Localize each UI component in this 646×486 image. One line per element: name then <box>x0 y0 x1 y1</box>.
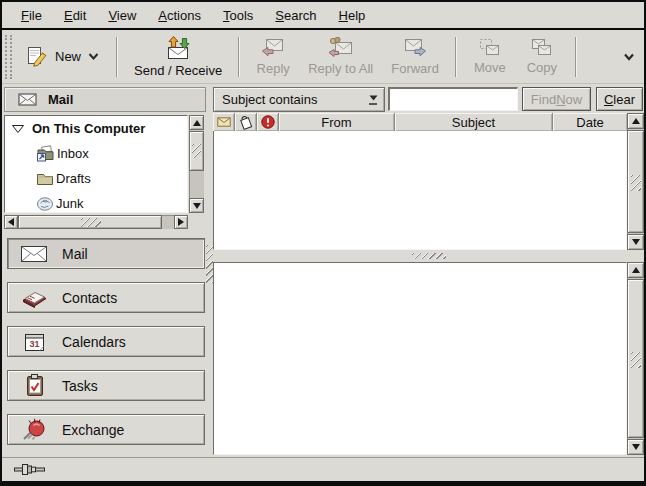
tree-expander-icon[interactable] <box>11 124 25 134</box>
message-list-body[interactable] <box>213 131 627 250</box>
tree-row-junk[interactable]: Junk <box>5 191 187 213</box>
search-filter-dropdown[interactable]: Subject contains <box>213 87 385 112</box>
new-button[interactable]: New <box>16 40 109 74</box>
move-label: Move <box>474 60 506 75</box>
copy-message-icon <box>530 38 553 57</box>
forward-button[interactable]: Forward <box>382 33 448 80</box>
tree-row-inbox[interactable]: Inbox <box>5 141 187 166</box>
send-receive-label: Send / Receive <box>134 63 222 78</box>
tree-item-label: Inbox <box>57 146 89 161</box>
send-receive-button[interactable]: Send / Receive <box>125 32 231 82</box>
inbox-folder-icon <box>36 145 55 162</box>
sidebar-header-label: Mail <box>48 92 73 107</box>
forward-icon <box>403 37 427 58</box>
reply-to-all-icon <box>328 37 354 58</box>
reply-to-all-label: Reply to All <box>308 61 373 76</box>
tree-scrollbar-thumb[interactable] <box>18 215 162 229</box>
preview-scrollbar[interactable] <box>627 262 644 455</box>
switcher-contacts-button[interactable]: Contacts <box>7 282 205 313</box>
scroll-up-button[interactable] <box>189 115 204 130</box>
column-attachment[interactable] <box>235 113 257 131</box>
scroll-down-button[interactable] <box>189 198 204 213</box>
calendars-icon: 31 <box>20 331 48 352</box>
scrollbar-thumb[interactable] <box>627 130 644 233</box>
reply-icon <box>261 37 285 58</box>
scroll-down-button[interactable] <box>627 439 644 455</box>
switcher-label: Tasks <box>62 378 98 394</box>
tree-row-on-this-computer[interactable]: On This Computer <box>5 116 187 141</box>
envelope-icon <box>18 93 37 106</box>
reply-label: Reply <box>257 61 290 76</box>
scroll-right-button[interactable] <box>174 215 188 229</box>
scroll-up-button[interactable] <box>627 113 644 129</box>
forward-label: Forward <box>391 61 439 76</box>
reply-button[interactable]: Reply <box>247 33 299 80</box>
column-from[interactable]: From <box>279 113 395 131</box>
menu-file[interactable]: File <box>10 4 53 27</box>
column-priority[interactable] <box>257 113 279 131</box>
switcher-calendars-button[interactable]: 31 Calendars <box>7 326 205 357</box>
chevron-down-icon <box>88 53 99 60</box>
pane-splitter-vertical[interactable] <box>206 86 213 455</box>
menu-edit[interactable]: Edit <box>53 4 97 27</box>
search-input[interactable] <box>388 87 518 111</box>
tasks-icon <box>20 374 48 397</box>
switcher-tasks-button[interactable]: Tasks <box>7 370 205 401</box>
reply-to-all-button[interactable]: Reply to All <box>299 33 382 80</box>
tree-root-label: On This Computer <box>32 121 145 136</box>
menu-actions[interactable]: Actions <box>147 4 212 27</box>
window-bottom-edge <box>0 481 646 486</box>
toolbar: New Send / Receive Reply Rep <box>2 30 644 84</box>
online-plug-icon[interactable] <box>14 462 46 477</box>
combo-arrow-icon <box>364 95 384 105</box>
toolbar-separator <box>575 37 577 77</box>
switcher-label: Contacts <box>62 290 117 306</box>
menu-view[interactable]: View <box>97 4 147 27</box>
sidebar-header: Mail <box>4 87 206 112</box>
message-list-scrollbar[interactable] <box>627 113 644 250</box>
mail-icon <box>20 244 48 264</box>
tree-item-label: Drafts <box>56 171 91 186</box>
tree-horizontal-scrollbar[interactable] <box>4 215 188 229</box>
junk-icon <box>36 196 54 211</box>
move-button[interactable]: Move <box>464 34 516 79</box>
menu-search[interactable]: Search <box>264 4 327 27</box>
scrollbar-thumb[interactable] <box>627 279 644 438</box>
tree-row-drafts[interactable]: Drafts <box>5 166 187 191</box>
pane-splitter-horizontal[interactable] <box>213 251 645 261</box>
new-button-label: New <box>55 49 81 64</box>
scrollbar-corner <box>189 215 204 229</box>
menu-tools[interactable]: Tools <box>212 4 264 27</box>
menu-bar: File Edit View Actions Tools Search Help <box>2 2 644 28</box>
tree-vertical-scrollbar[interactable] <box>189 115 204 213</box>
column-date[interactable]: Date <box>553 113 627 131</box>
column-subject[interactable]: Subject <box>395 113 553 131</box>
svg-text:31: 31 <box>29 339 39 349</box>
folder-tree-view[interactable]: On This Computer Inbox Drafts Junk <box>4 115 188 213</box>
move-message-icon <box>478 38 501 57</box>
scroll-down-button[interactable] <box>627 234 644 250</box>
switcher-label: Exchange <box>62 422 124 438</box>
scroll-left-button[interactable] <box>4 215 18 229</box>
new-message-icon <box>26 46 48 68</box>
copy-button[interactable]: Copy <box>516 34 568 79</box>
toolbar-separator <box>238 37 240 77</box>
tree-scrollbar-thumb[interactable] <box>189 131 204 171</box>
status-bar <box>2 457 644 481</box>
switcher-mail-button[interactable]: Mail <box>7 238 205 269</box>
drafts-folder-icon <box>36 171 54 186</box>
switcher-label: Mail <box>62 246 88 262</box>
find-now-button[interactable]: Find Now <box>522 87 591 111</box>
toolbar-drag-handle[interactable] <box>5 35 12 79</box>
contacts-icon <box>20 287 48 308</box>
attachment-icon <box>238 115 253 130</box>
scroll-up-button[interactable] <box>627 262 644 278</box>
clear-button[interactable]: Clear <box>596 87 643 111</box>
send-receive-icon <box>164 36 192 60</box>
column-message-status[interactable] <box>213 113 235 131</box>
preview-pane[interactable] <box>213 262 627 455</box>
toolbar-separator <box>455 37 457 77</box>
menu-help[interactable]: Help <box>328 4 377 27</box>
switcher-exchange-button[interactable]: Exchange <box>7 414 205 445</box>
toolbar-overflow-chevron-icon[interactable] <box>623 53 635 61</box>
